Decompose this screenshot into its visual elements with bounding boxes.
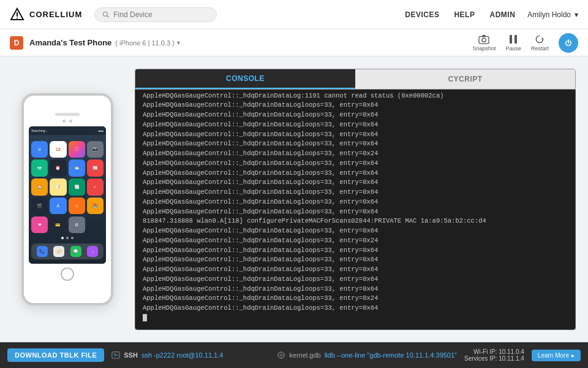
app-clap[interactable]: 🎬 bbox=[31, 197, 48, 214]
dock-messages[interactable]: 💬 bbox=[70, 246, 81, 257]
services-ip: Services IP: 10.11.1.4 bbox=[464, 355, 524, 362]
restart-icon bbox=[535, 34, 545, 44]
app-photos[interactable]: ⬡ bbox=[69, 141, 85, 158]
learn-more-label: Learn More bbox=[538, 352, 569, 359]
pause-icon bbox=[509, 34, 518, 44]
svg-rect-8 bbox=[510, 35, 512, 44]
svg-line-4 bbox=[107, 15, 109, 17]
app-appstore[interactable]: A bbox=[50, 197, 66, 214]
phone-sensor-dot bbox=[69, 120, 72, 123]
console-panel: CONSOLE CYCRIPT AppleHDQGasGaugeControl:… bbox=[135, 69, 576, 330]
power-icon bbox=[564, 39, 573, 47]
tab-cycript[interactable]: CYCRIPT bbox=[355, 69, 575, 89]
console-output[interactable]: AppleHDQGasGaugeControl::_hdqDrainDataLo… bbox=[135, 90, 576, 330]
app-notes[interactable]: 📝 bbox=[50, 178, 66, 195]
app-calendar[interactable]: 13 bbox=[50, 141, 66, 158]
console-tabs: CONSOLE CYCRIPT bbox=[135, 69, 576, 90]
phone-speaker bbox=[55, 113, 80, 116]
app-weather[interactable]: ⛅ bbox=[69, 159, 85, 176]
snapshot-button[interactable]: Snapshot bbox=[472, 34, 496, 52]
app-itunes[interactable]: ♫ bbox=[69, 197, 85, 214]
kernel-icon bbox=[277, 351, 285, 359]
ssh-label: SSH bbox=[124, 351, 138, 359]
app-clock[interactable]: ⏰ bbox=[50, 159, 66, 176]
app-empty bbox=[87, 217, 104, 233]
wifi-ip: Wi-Fi IP: 10.11.0.4 bbox=[473, 348, 524, 355]
nav-user[interactable]: Amilyn Holdo ▾ bbox=[527, 10, 578, 19]
phone-camera-area bbox=[29, 120, 106, 123]
app-ibooks[interactable]: 📚 bbox=[87, 197, 104, 214]
dock-phone[interactable]: 📞 bbox=[37, 246, 48, 257]
power-button[interactable] bbox=[559, 33, 578, 53]
app-stocks[interactable]: 📈 bbox=[69, 178, 85, 195]
app-camera[interactable]: 📷 bbox=[87, 141, 104, 158]
svg-marker-10 bbox=[541, 37, 543, 39]
phone-dock: 📞 🧭 💬 ♪ bbox=[31, 242, 104, 260]
nav-links: DEVICES HELP ADMIN bbox=[405, 10, 515, 19]
restart-button[interactable]: Restart bbox=[531, 34, 549, 52]
pause-button[interactable]: Pause bbox=[505, 34, 521, 52]
app-reminders[interactable]: ✓ bbox=[87, 178, 104, 195]
user-name: Amilyn Holdo bbox=[527, 10, 571, 19]
phone-screen[interactable]: Searching... ●●● ✉ 13 ⬡ 📷 🗺 ⏰ ⛅ 📰 🏠 bbox=[29, 126, 106, 264]
device-badge: D bbox=[10, 36, 23, 50]
download-tblk-button[interactable]: DOWNLOAD TBLK FILE bbox=[7, 348, 104, 362]
page-dot-1 bbox=[61, 237, 64, 239]
chevron-right-icon: ▸ bbox=[571, 352, 575, 359]
phone-status-bar: Searching... ●●● bbox=[29, 126, 106, 135]
svg-point-6 bbox=[482, 38, 486, 42]
dock-music[interactable]: ♪ bbox=[87, 246, 98, 257]
phone-camera-dot bbox=[62, 120, 66, 123]
device-name: Amanda's Test Phone bbox=[29, 38, 111, 47]
ssh-icon bbox=[111, 351, 120, 359]
svg-rect-9 bbox=[514, 35, 517, 44]
phone-container: Searching... ●●● ✉ 13 ⬡ 📷 🗺 ⏰ ⛅ 📰 🏠 bbox=[12, 69, 123, 330]
nav-help[interactable]: HELP bbox=[454, 10, 475, 19]
phone-mockup: Searching... ●●● ✉ 13 ⬡ 📷 🗺 ⏰ ⛅ 📰 🏠 bbox=[21, 93, 113, 305]
page-indicator bbox=[31, 236, 104, 241]
bottombar: DOWNLOAD TBLK FILE SSH ssh -p2222 root@1… bbox=[0, 342, 588, 368]
phone-screen-inner: Searching... ●●● ✉ 13 ⬡ 📷 🗺 ⏰ ⛅ 📰 🏠 bbox=[29, 126, 106, 264]
kernel-label: kernel.gdb bbox=[289, 351, 320, 359]
snapshot-label: Snapshot bbox=[472, 45, 496, 52]
kernel-gdb-command: kernel.gdb lldb --one-line "gdb-remote 1… bbox=[277, 351, 457, 359]
app-health[interactable]: ❤ bbox=[31, 217, 48, 233]
device-chevron-icon[interactable]: ▾ bbox=[177, 39, 180, 46]
app-wallet[interactable]: 💳 bbox=[50, 217, 66, 233]
ssh-cmd-text[interactable]: ssh -p2222 root@10.11.1.4 bbox=[141, 351, 223, 359]
devicebar: D Amanda's Test Phone ( iPhone 6 | 11.0.… bbox=[0, 29, 588, 56]
dock-safari[interactable]: 🧭 bbox=[53, 246, 64, 257]
nav-admin[interactable]: ADMIN bbox=[489, 10, 515, 19]
app-mail[interactable]: ✉ bbox=[31, 141, 48, 158]
ssh-command: SSH ssh -p2222 root@10.11.1.4 bbox=[111, 351, 223, 359]
restart-label: Restart bbox=[531, 45, 549, 52]
snapshot-icon bbox=[478, 34, 489, 44]
svg-point-3 bbox=[104, 12, 108, 16]
app-news[interactable]: 📰 bbox=[87, 159, 104, 176]
app-settings[interactable]: ⚙ bbox=[69, 217, 85, 233]
phone-home-button[interactable] bbox=[61, 267, 74, 281]
page-dot-3 bbox=[71, 237, 74, 239]
tab-console[interactable]: CONSOLE bbox=[135, 69, 355, 89]
search-icon bbox=[102, 11, 110, 18]
search-bar[interactable] bbox=[94, 7, 217, 22]
learn-more-button[interactable]: Learn More ▸ bbox=[532, 350, 581, 361]
search-input[interactable] bbox=[113, 10, 199, 19]
corellium-logo-icon bbox=[10, 7, 24, 22]
nav-devices[interactable]: DEVICES bbox=[405, 10, 439, 19]
page-dot-2 bbox=[66, 237, 69, 239]
device-actions: Snapshot Pause Restart bbox=[472, 33, 578, 53]
svg-point-2 bbox=[17, 17, 18, 18]
topnav: CORELLIUM DEVICES HELP ADMIN Amilyn Hold… bbox=[0, 0, 588, 29]
main-content: Searching... ●●● ✉ 13 ⬡ 📷 🗺 ⏰ ⛅ 📰 🏠 bbox=[0, 56, 588, 342]
chevron-down-icon: ▾ bbox=[575, 10, 578, 19]
kernel-cmd-text[interactable]: lldb --one-line "gdb-remote 10.11.1.4:39… bbox=[325, 351, 457, 359]
device-info: ( iPhone 6 | 11.0.3 ) bbox=[115, 39, 174, 47]
logo: CORELLIUM bbox=[10, 7, 82, 22]
logo-text: CORELLIUM bbox=[29, 10, 82, 19]
network-info: Wi-Fi IP: 10.11.0.4 Services IP: 10.11.1… bbox=[464, 348, 524, 362]
app-maps[interactable]: 🗺 bbox=[31, 159, 48, 176]
console-cursor bbox=[143, 314, 147, 321]
app-home[interactable]: 🏠 bbox=[31, 178, 48, 195]
svg-rect-5 bbox=[479, 36, 489, 44]
